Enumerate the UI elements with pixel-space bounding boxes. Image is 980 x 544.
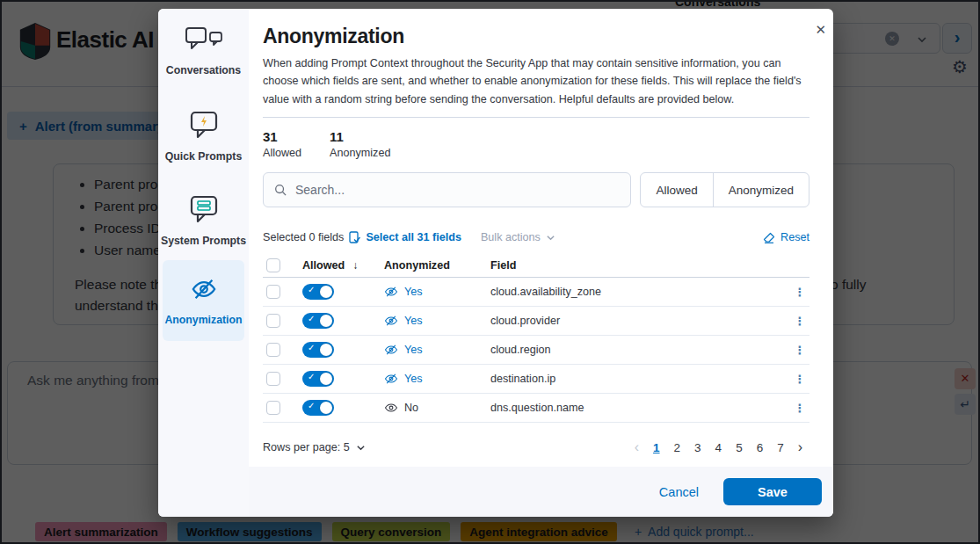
field-name: dns.question.name (490, 402, 790, 414)
table-row: Yes destination.ip ⋮ (263, 365, 809, 394)
eye-slash-icon (384, 372, 398, 386)
eye-slash-icon (384, 343, 398, 357)
eye-icon (384, 401, 398, 415)
header-allowed[interactable]: Allowed ↓ (302, 259, 384, 272)
sidebar-item-label: Conversations (166, 64, 241, 77)
modal-content: ✕ Anonymization When adding Prompt Conte… (249, 9, 838, 517)
row-checkbox[interactable] (266, 372, 280, 386)
row-actions-icon[interactable]: ⋮ (790, 402, 809, 415)
header-field[interactable]: Field (490, 259, 790, 272)
field-name: cloud.provider (490, 315, 790, 327)
allowed-toggle-on[interactable] (302, 284, 334, 300)
field-name: cloud.region (490, 344, 790, 356)
anonymization-modal: Conversations Quick Prompts System Promp… (158, 9, 833, 517)
eye-slash-icon (384, 314, 398, 328)
filter-group: Allowed Anonymized (640, 172, 809, 207)
allowed-toggle-on[interactable] (302, 371, 334, 387)
pagination-row: Rows per page: 5 ‹ 1 2 3 4 5 6 7 › (263, 438, 809, 457)
anonymized-toggle[interactable]: Yes (384, 343, 490, 357)
row-checkbox[interactable] (266, 343, 280, 357)
eraser-icon (763, 232, 775, 243)
modal-description: When adding Prompt Context throughout th… (263, 54, 809, 108)
fields-table: Allowed ↓ Anonymized Field Yes cloud.ava… (263, 254, 809, 423)
page-button[interactable]: 6 (750, 439, 771, 456)
anonymized-toggle[interactable]: Yes (384, 372, 490, 386)
modal-footer: Cancel Save (249, 467, 833, 517)
row-actions-icon[interactable]: ⋮ (790, 373, 809, 386)
save-button[interactable]: Save (723, 478, 822, 505)
page-prev-icon[interactable]: ‹ (628, 438, 646, 457)
sidebar-item-quick-prompts[interactable]: Quick Prompts (158, 111, 249, 163)
anonymized-toggle[interactable]: Yes (384, 285, 490, 299)
stat-anonymized: 11 Anonymized (330, 129, 390, 159)
chevron-down-icon (356, 443, 366, 453)
row-actions-icon[interactable]: ⋮ (790, 286, 809, 299)
page-button[interactable]: 2 (667, 439, 688, 456)
sidebar-item-anonymization[interactable]: Anonymization (163, 260, 244, 341)
rows-per-page-button[interactable]: Rows per page: 5 (263, 441, 366, 453)
anonymized-toggle[interactable]: No (384, 401, 490, 415)
close-icon[interactable]: ✕ (815, 22, 826, 38)
eye-slash-icon (384, 285, 398, 299)
page-button[interactable]: 3 (687, 439, 708, 456)
page-button[interactable]: 5 (729, 439, 750, 456)
sidebar-item-system-prompts[interactable]: System Prompts (158, 195, 249, 248)
field-name: cloud.availability_zone (490, 286, 790, 298)
allowed-toggle-on[interactable] (302, 342, 334, 358)
bulk-actions-button[interactable]: Bulk actions (481, 231, 555, 243)
sidebar-item-label: Anonymization (164, 314, 242, 327)
row-checkbox[interactable] (266, 285, 280, 299)
select-all-link[interactable]: Select all 31 fields (349, 231, 461, 243)
modal-title: Anonymization (263, 25, 809, 48)
search-icon (274, 184, 287, 197)
page-button[interactable]: 4 (708, 439, 730, 456)
selected-count: Selected 0 fields (263, 231, 344, 243)
row-actions-icon[interactable]: ⋮ (790, 315, 809, 328)
modal-sidebar: Conversations Quick Prompts System Promp… (158, 9, 249, 517)
field-name: destination.ip (490, 373, 790, 385)
sort-down-icon: ↓ (352, 259, 358, 272)
allowed-toggle-on[interactable] (302, 313, 334, 329)
sidebar-item-label: Quick Prompts (165, 150, 242, 163)
sidebar-item-label: System Prompts (161, 235, 246, 248)
cancel-button[interactable]: Cancel (659, 485, 699, 499)
eye-slash-icon (191, 276, 217, 302)
row-checkbox[interactable] (266, 314, 280, 328)
page-check-icon (349, 231, 360, 243)
table-row: Yes cloud.provider ⋮ (263, 307, 809, 336)
system-prompt-icon (189, 195, 219, 223)
allowed-toggle-on[interactable] (302, 400, 334, 416)
quick-prompt-icon (189, 111, 219, 139)
page-next-icon[interactable]: › (791, 438, 809, 457)
table-row: Yes cloud.availability_zone ⋮ (263, 278, 809, 307)
page-button[interactable]: 7 (770, 439, 791, 456)
chat-bubbles-icon (185, 26, 223, 53)
table-header: Allowed ↓ Anonymized Field (263, 254, 809, 278)
row-actions-icon[interactable]: ⋮ (790, 344, 809, 357)
page-button[interactable]: 1 (646, 439, 667, 456)
row-checkbox[interactable] (266, 401, 280, 415)
header-anonymized[interactable]: Anonymized (384, 259, 490, 272)
select-all-checkbox[interactable] (266, 258, 280, 272)
divider (263, 117, 809, 118)
chevron-down-icon (546, 233, 555, 243)
search-placeholder: Search... (295, 183, 345, 197)
pagination: ‹ 1 2 3 4 5 6 7 › (628, 438, 809, 457)
search-input[interactable]: Search... (263, 172, 631, 207)
stat-allowed: 31 Allowed (263, 129, 301, 159)
filter-anonymized-button[interactable]: Anonymized (713, 173, 809, 207)
stats-row: 31 Allowed 11 Anonymized (263, 129, 809, 159)
filter-allowed-button[interactable]: Allowed (641, 173, 712, 207)
sidebar-item-conversations[interactable]: Conversations (158, 26, 249, 77)
reset-button[interactable]: Reset (763, 231, 809, 243)
anonymized-toggle[interactable]: Yes (384, 314, 490, 328)
table-row: No dns.question.name ⋮ (263, 394, 809, 423)
table-row: Yes cloud.region ⋮ (263, 336, 809, 365)
